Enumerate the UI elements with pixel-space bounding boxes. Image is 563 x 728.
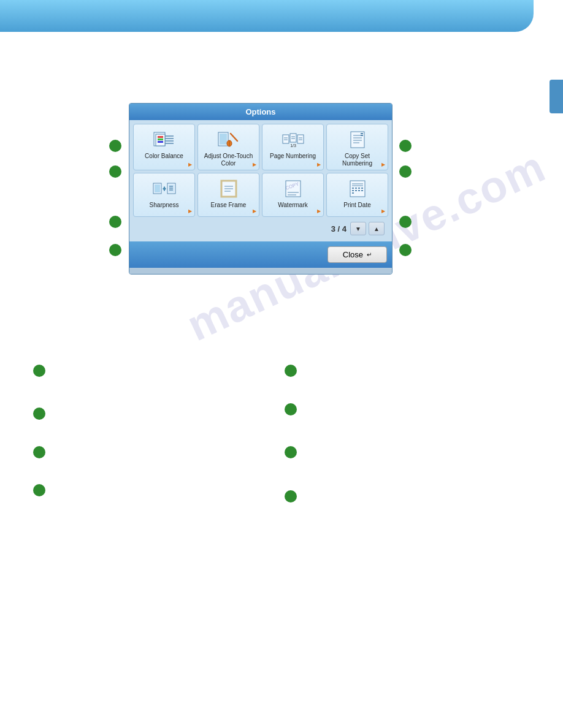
dialog-bottom-strip xyxy=(129,268,392,274)
dialog-title: Options xyxy=(129,104,392,120)
bullet-5 xyxy=(399,140,412,152)
svg-rect-57 xyxy=(355,190,357,191)
print-date-btn[interactable]: Print Date xyxy=(326,173,388,217)
svg-rect-60 xyxy=(352,192,354,194)
sharpness-label: Sharpness xyxy=(150,202,179,209)
erase-frame-icon xyxy=(217,177,240,200)
page-numbering-icon: 1/3 xyxy=(282,128,305,151)
ann-bullet-6 xyxy=(285,403,297,415)
options-dialog: Options xyxy=(129,103,393,275)
page-indicator: 3 / 4 xyxy=(331,224,347,233)
svg-rect-59 xyxy=(361,190,363,191)
print-date-icon xyxy=(346,177,369,200)
top-bar xyxy=(0,0,534,32)
adjust-touch-icon xyxy=(217,128,240,151)
close-icon: ↵ xyxy=(367,251,372,258)
dialog-footer: Close ↵ xyxy=(129,241,392,268)
ann-bullet-4 xyxy=(33,484,45,496)
svg-rect-15 xyxy=(290,134,296,142)
ann-bullet-7 xyxy=(285,446,297,458)
watermark-icon: COPY xyxy=(282,177,305,200)
svg-rect-30 xyxy=(361,135,363,136)
svg-rect-58 xyxy=(358,190,360,191)
close-button[interactable]: Close ↵ xyxy=(327,246,387,263)
copy-set-label: Copy Set Numbering xyxy=(329,153,385,167)
ann-bullet-8 xyxy=(285,490,297,502)
bullet-8 xyxy=(399,244,412,256)
dialog-title-text: Options xyxy=(245,107,275,116)
svg-rect-2 xyxy=(158,136,163,138)
svg-rect-56 xyxy=(352,190,354,191)
svg-rect-10 xyxy=(220,134,227,145)
erase-frame-btn[interactable]: Erase Frame xyxy=(197,173,259,217)
ann-bullet-2 xyxy=(33,408,45,420)
svg-rect-55 xyxy=(361,188,363,189)
bullet-1 xyxy=(109,140,121,152)
right-tab xyxy=(550,80,563,113)
bullet-4 xyxy=(109,244,121,256)
watermark-label: Watermark xyxy=(278,202,308,209)
page-numbering-label: Page Numbering xyxy=(270,153,316,160)
ann-bullet-3 xyxy=(33,446,45,458)
erase-frame-label: Erase Frame xyxy=(211,202,247,209)
adjust-touch-label: Adjust One-Touch Color xyxy=(201,153,256,167)
color-balance-label: Color Balance xyxy=(145,153,183,160)
svg-text:1/3: 1/3 xyxy=(290,143,296,148)
close-button-label: Close xyxy=(343,250,363,259)
sharpness-icon xyxy=(153,177,176,200)
page-next-btn[interactable]: ▲ xyxy=(369,222,385,235)
bullet-2 xyxy=(109,165,121,178)
ann-bullet-5 xyxy=(285,365,297,377)
svg-rect-4 xyxy=(158,141,163,143)
svg-rect-16 xyxy=(297,135,304,143)
bullet-7 xyxy=(399,216,412,228)
ann-bullet-1 xyxy=(33,365,45,377)
adjust-touch-btn[interactable]: Adjust One-Touch Color xyxy=(197,124,259,170)
svg-rect-54 xyxy=(358,188,360,189)
bullet-3 xyxy=(109,216,121,228)
dialog-content: Color Balance Adjust One-Touch Color xyxy=(129,120,392,241)
svg-line-11 xyxy=(231,134,237,141)
color-balance-icon xyxy=(153,128,176,151)
page-numbering-btn[interactable]: 1/3 Page Numbering xyxy=(262,124,324,170)
sharpness-btn[interactable]: Sharpness xyxy=(133,173,195,217)
page-prev-btn[interactable]: ▼ xyxy=(350,222,366,235)
bullet-6 xyxy=(399,165,412,178)
options-grid: Color Balance Adjust One-Touch Color xyxy=(133,124,388,217)
watermark-btn[interactable]: COPY Watermark xyxy=(262,173,324,217)
svg-rect-29 xyxy=(361,133,363,134)
svg-rect-3 xyxy=(158,138,163,140)
print-date-label: Print Date xyxy=(343,202,370,209)
copy-set-icon xyxy=(346,128,369,151)
svg-rect-53 xyxy=(355,188,357,189)
copy-set-btn[interactable]: Copy Set Numbering xyxy=(326,124,388,170)
svg-rect-32 xyxy=(155,184,160,192)
pagination-row: 3 / 4 ▼ ▲ xyxy=(133,219,388,238)
svg-rect-14 xyxy=(283,135,289,143)
svg-rect-52 xyxy=(352,188,354,189)
color-balance-btn[interactable]: Color Balance xyxy=(133,124,195,170)
